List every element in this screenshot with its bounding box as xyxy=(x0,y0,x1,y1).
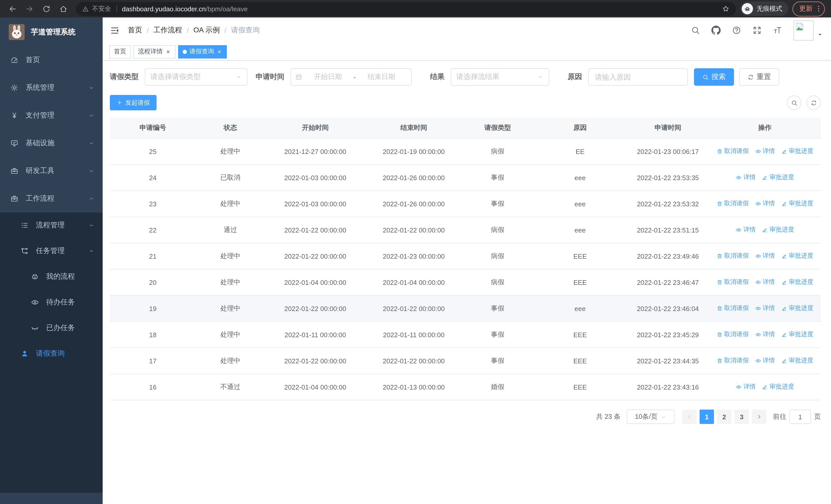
cell-apply-time: 2022-01-22 23:46:04 xyxy=(627,295,709,322)
action-detail-link[interactable]: 详情 xyxy=(755,304,775,313)
sidebar-item-系统管理[interactable]: 系统管理 xyxy=(0,74,103,101)
action-cancel-link[interactable]: 取消请假 xyxy=(717,252,749,261)
leave-type-select[interactable]: 请选择请假类型 xyxy=(145,68,248,86)
cell-start-time: 2021-12-27 00:00:00 xyxy=(265,138,366,165)
action-label: 审批进度 xyxy=(789,147,813,156)
page-button-2[interactable]: 2 xyxy=(717,410,732,424)
bookmark-star-icon[interactable] xyxy=(722,5,730,13)
action-progress-link[interactable]: 审批进度 xyxy=(781,252,813,261)
cell-status: 处理中 xyxy=(196,348,265,374)
security-chip-label[interactable]: 不安全 xyxy=(92,4,111,13)
create-leave-button[interactable]: 发起请假 xyxy=(110,95,156,110)
action-detail-link[interactable]: 详情 xyxy=(755,330,775,339)
action-progress-link[interactable]: 审批进度 xyxy=(781,199,813,208)
reset-button[interactable]: 重置 xyxy=(739,68,779,86)
search-button[interactable]: 搜索 xyxy=(694,68,734,86)
prev-page-button[interactable] xyxy=(682,410,696,424)
browser-update-button[interactable]: 更新 xyxy=(793,1,825,16)
action-progress-link[interactable]: 审批进度 xyxy=(781,356,813,365)
result-select[interactable]: 请选择流结果 xyxy=(451,68,549,86)
chevron-down-icon xyxy=(88,222,94,228)
github-icon[interactable] xyxy=(711,26,721,35)
close-tab-icon[interactable]: × xyxy=(217,48,222,55)
breadcrumb-item[interactable]: 首页 xyxy=(128,26,142,35)
action-progress-link[interactable]: 审批进度 xyxy=(781,278,813,287)
sidebar-item-基础设施[interactable]: 基础设施 xyxy=(0,129,103,157)
sidebar-item-请假查询[interactable]: 请假查询 xyxy=(0,341,103,366)
sidebar-logo-row[interactable]: 芋道管理系统 xyxy=(0,18,103,46)
sidebar-collapse-icon[interactable] xyxy=(110,25,120,35)
action-detail-link[interactable]: 详情 xyxy=(755,199,775,208)
toggle-search-button[interactable] xyxy=(787,95,801,110)
sidebar-item-工作流程[interactable]: 工作流程 xyxy=(0,185,103,212)
cell-leave-type: 事假 xyxy=(462,348,534,374)
home-icon[interactable] xyxy=(59,4,68,13)
action-progress-link[interactable]: 审批进度 xyxy=(762,226,794,234)
cell-apply-time: 2022-01-22 23:46:47 xyxy=(627,269,709,295)
action-detail-link[interactable]: 详情 xyxy=(736,173,756,182)
cell-actions: 详情审批进度 xyxy=(709,217,821,243)
action-cancel-link[interactable]: 取消请假 xyxy=(717,330,749,339)
refresh-table-button[interactable] xyxy=(806,95,821,110)
view-tab-流程详情[interactable]: 流程详情× xyxy=(134,45,175,58)
question-icon[interactable] xyxy=(732,26,741,35)
action-label: 审批进度 xyxy=(789,199,813,208)
avatar[interactable] xyxy=(794,20,813,40)
cell-apply-time: 2022-01-22 23:44:35 xyxy=(627,348,709,374)
action-label: 审批进度 xyxy=(789,330,813,339)
address-bar[interactable]: 不安全 dashboard.yudao.iocoder.cn/bpm/oa/le… xyxy=(76,2,736,16)
breadcrumb-item[interactable]: 工作流程 xyxy=(153,26,182,35)
update-label[interactable]: 更新 xyxy=(799,4,812,13)
action-cancel-link[interactable]: 取消请假 xyxy=(717,199,749,208)
view-tab-请假查询[interactable]: 请假查询× xyxy=(178,45,227,58)
cell-apply-time: 2022-01-22 23:53:32 xyxy=(627,191,709,217)
page-button-1[interactable]: 1 xyxy=(699,410,714,424)
back-icon[interactable] xyxy=(8,4,17,13)
main-content: 请假类型 请选择请假类型 申请时间 开始日期 - 结束日期 结果 请选择流结果 xyxy=(103,61,831,504)
sidebar-item-我的流程[interactable]: 我的流程 xyxy=(0,264,103,290)
avatar-caret-down-icon[interactable] xyxy=(817,32,823,37)
search-icon[interactable] xyxy=(691,26,700,35)
action-detail-link[interactable]: 详情 xyxy=(755,356,775,365)
forward-icon[interactable] xyxy=(25,4,34,13)
action-cancel-link[interactable]: 取消请假 xyxy=(717,278,749,287)
next-page-button[interactable] xyxy=(752,410,766,424)
sidebar-item-流程管理[interactable]: 流程管理 xyxy=(0,212,103,238)
action-detail-link[interactable]: 详情 xyxy=(736,226,756,234)
page-button-3[interactable]: 3 xyxy=(735,410,749,424)
sidebar-item-待办任务[interactable]: 待办任务 xyxy=(0,290,103,315)
cell-apply-time: 2022-01-23 00:06:17 xyxy=(627,138,709,165)
action-progress-link[interactable]: 审批进度 xyxy=(762,173,794,182)
action-detail-link[interactable]: 详情 xyxy=(755,252,775,261)
apply-time-label: 申请时间 xyxy=(256,72,284,82)
reason-input[interactable] xyxy=(588,68,688,86)
sidebar-item-首页[interactable]: 首页 xyxy=(0,46,103,74)
browser-menu-icon[interactable] xyxy=(814,5,823,13)
reload-icon[interactable] xyxy=(42,4,51,13)
action-progress-link[interactable]: 审批进度 xyxy=(781,147,813,156)
action-detail-link[interactable]: 详情 xyxy=(736,383,756,391)
action-progress-link[interactable]: 审批进度 xyxy=(781,330,813,339)
sidebar-item-已办任务[interactable]: 已办任务 xyxy=(0,315,103,341)
view-tab-首页[interactable]: 首页 xyxy=(109,45,131,58)
action-cancel-link[interactable]: 取消请假 xyxy=(717,147,749,156)
font-size-icon[interactable] xyxy=(773,26,782,35)
close-tab-icon[interactable]: × xyxy=(165,48,171,55)
sidebar-item-支付管理[interactable]: 支付管理 xyxy=(0,101,103,129)
breadcrumb-item[interactable]: OA 示例 xyxy=(194,26,220,35)
action-detail-link[interactable]: 详情 xyxy=(755,278,775,287)
page-goto-input[interactable] xyxy=(790,410,811,424)
sidebar-item-研发工具[interactable]: 研发工具 xyxy=(0,157,103,185)
action-cancel-link[interactable]: 取消请假 xyxy=(717,304,749,313)
action-progress-link[interactable]: 审批进度 xyxy=(781,304,813,313)
cell-leave-type: 病假 xyxy=(462,217,534,243)
action-progress-link[interactable]: 审批进度 xyxy=(762,383,794,391)
action-detail-link[interactable]: 详情 xyxy=(755,147,775,156)
sidebar-item-任务管理[interactable]: 任务管理 xyxy=(0,238,103,264)
apply-time-range-picker[interactable]: 开始日期 - 结束日期 xyxy=(290,68,412,86)
action-cancel-link[interactable]: 取消请假 xyxy=(717,356,749,365)
fullscreen-icon[interactable] xyxy=(752,26,762,35)
action-label: 详情 xyxy=(744,226,756,234)
page-size-select[interactable]: 10条/页 xyxy=(627,410,675,424)
sidebar-submenu: 流程管理任务管理我的流程待办任务已办任务请假查询 xyxy=(0,212,103,493)
